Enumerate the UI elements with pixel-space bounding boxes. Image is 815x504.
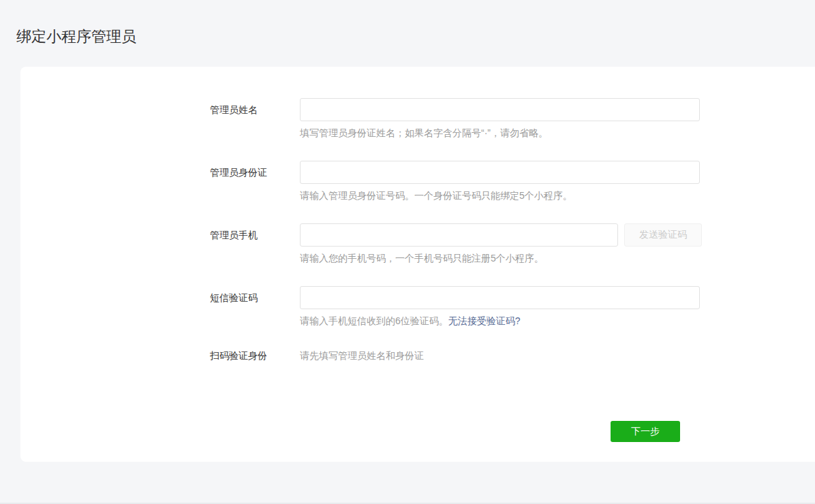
admin-name-hint: 填写管理员身份证姓名；如果名字含分隔号“·”，请勿省略。 bbox=[300, 126, 815, 140]
cannot-receive-code-link[interactable]: 无法接受验证码? bbox=[448, 315, 521, 326]
admin-name-label: 管理员姓名 bbox=[210, 98, 300, 121]
form-row-admin-name: 管理员姓名 填写管理员身份证姓名；如果名字含分隔号“·”，请勿省略。 bbox=[210, 98, 815, 140]
page-title: 绑定小程序管理员 bbox=[16, 27, 799, 46]
next-step-button[interactable]: 下一步 bbox=[611, 421, 680, 442]
form-card: 管理员姓名 填写管理员身份证姓名；如果名字含分隔号“·”，请勿省略。 管理员身份… bbox=[20, 67, 815, 462]
bind-admin-form: 管理员姓名 填写管理员身份证姓名；如果名字含分隔号“·”，请勿省略。 管理员身份… bbox=[20, 67, 815, 442]
send-code-button[interactable]: 发送验证码 bbox=[624, 223, 702, 247]
scan-verify-label: 扫码验证身份 bbox=[210, 349, 300, 362]
admin-name-input[interactable] bbox=[300, 98, 700, 121]
admin-phone-label: 管理员手机 bbox=[210, 223, 300, 247]
submit-row: 下一步 bbox=[399, 421, 815, 442]
scan-verify-status-text: 请先填写管理员姓名和身份证 bbox=[300, 349, 815, 362]
sms-code-hint: 请输入手机短信收到的6位验证码。无法接受验证码? bbox=[300, 314, 815, 328]
admin-phone-input[interactable] bbox=[300, 223, 618, 247]
form-row-admin-idcard: 管理员身份证 请输入管理员身份证号码。一个身份证号码只能绑定5个小程序。 bbox=[210, 161, 815, 202]
admin-phone-hint: 请输入您的手机号码，一个手机号码只能注册5个小程序。 bbox=[300, 251, 815, 265]
sms-code-input[interactable] bbox=[300, 286, 700, 309]
form-row-sms-code: 短信验证码 请输入手机短信收到的6位验证码。无法接受验证码? bbox=[210, 286, 815, 328]
sms-code-label: 短信验证码 bbox=[210, 286, 300, 309]
admin-idcard-input[interactable] bbox=[300, 161, 700, 184]
form-row-scan-verify: 扫码验证身份 请先填写管理员姓名和身份证 bbox=[210, 349, 815, 362]
page-header: 绑定小程序管理员 bbox=[0, 0, 815, 67]
sms-code-hint-text: 请输入手机短信收到的6位验证码。 bbox=[300, 315, 448, 326]
form-row-admin-phone: 管理员手机 发送验证码 请输入您的手机号码，一个手机号码只能注册5个小程序。 bbox=[210, 223, 815, 265]
admin-idcard-label: 管理员身份证 bbox=[210, 161, 300, 184]
admin-idcard-hint: 请输入管理员身份证号码。一个身份证号码只能绑定5个小程序。 bbox=[300, 189, 815, 202]
